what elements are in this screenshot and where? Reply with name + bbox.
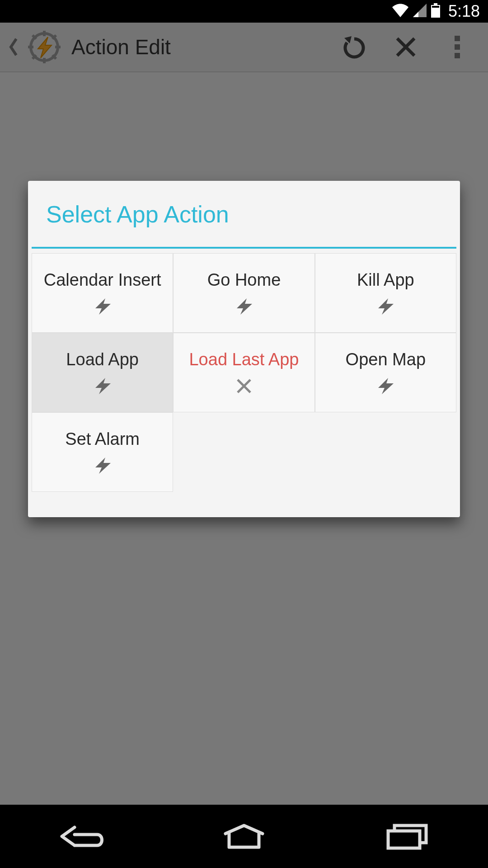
action-tile-label: Kill App bbox=[357, 270, 414, 290]
wifi-icon bbox=[392, 4, 408, 19]
action-tile-calendar-insert[interactable]: Calendar Insert bbox=[32, 253, 173, 333]
nav-back-button[interactable] bbox=[36, 814, 127, 859]
action-tile-label: Load App bbox=[66, 350, 139, 370]
bolt-icon bbox=[90, 457, 115, 475]
signal-icon bbox=[413, 4, 427, 19]
select-action-dialog: Select App Action Calendar InsertGo Home… bbox=[28, 181, 460, 517]
svg-rect-7 bbox=[388, 831, 420, 848]
action-tile-load-app[interactable]: Load App bbox=[32, 333, 173, 412]
action-tile-set-alarm[interactable]: Set Alarm bbox=[32, 412, 173, 492]
app-area: Action Edit Select App Action Calendar I… bbox=[0, 23, 488, 805]
action-tile-label: Calendar Insert bbox=[44, 270, 161, 290]
bolt-icon bbox=[373, 377, 398, 395]
nav-recent-button[interactable] bbox=[361, 814, 452, 859]
bolt-icon bbox=[231, 297, 257, 316]
nav-home-button[interactable] bbox=[199, 814, 289, 859]
action-tile-open-map[interactable]: Open Map bbox=[315, 333, 456, 412]
action-tile-kill-app[interactable]: Kill App bbox=[315, 253, 456, 333]
bolt-icon bbox=[90, 377, 115, 395]
action-tile-label: Set Alarm bbox=[65, 429, 140, 449]
action-tile-label: Go Home bbox=[207, 270, 281, 290]
svg-rect-2 bbox=[432, 6, 439, 8]
action-tile-go-home[interactable]: Go Home bbox=[173, 253, 314, 333]
nav-bar bbox=[0, 805, 488, 868]
svg-rect-0 bbox=[434, 3, 437, 5]
dialog-title: Select App Action bbox=[28, 181, 460, 247]
action-tile-label: Load Last App bbox=[189, 350, 299, 370]
x-icon bbox=[231, 377, 257, 395]
action-grid: Calendar InsertGo HomeKill AppLoad AppLo… bbox=[28, 249, 460, 492]
action-tile-label: Open Map bbox=[346, 350, 426, 370]
status-time: 5:18 bbox=[448, 2, 480, 21]
battery-icon bbox=[431, 3, 440, 19]
action-tile-load-last-app[interactable]: Load Last App bbox=[173, 333, 314, 412]
bolt-icon bbox=[373, 297, 398, 316]
status-bar: 5:18 bbox=[0, 0, 488, 23]
bolt-icon bbox=[90, 297, 115, 316]
